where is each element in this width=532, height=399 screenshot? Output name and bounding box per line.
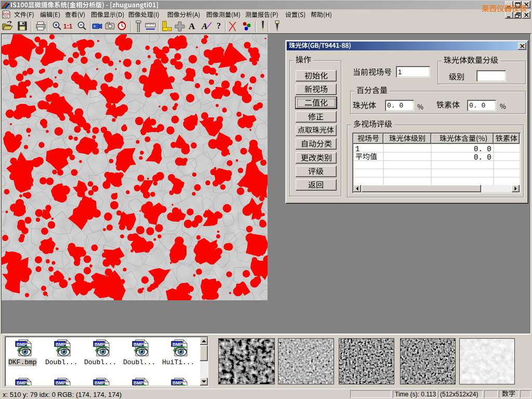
svg-text:BMP: BMP [134, 380, 143, 385]
svg-text:BMP: BMP [172, 342, 182, 347]
svg-text:DOC: DOC [3, 12, 11, 16]
svg-text:BMP: BMP [95, 342, 104, 347]
svg-text:BMP: BMP [95, 380, 104, 385]
svg-text:A: A [201, 21, 207, 31]
svg-text:BMP: BMP [17, 380, 26, 385]
svg-text:BMP: BMP [134, 342, 143, 347]
svg-text:A: A [189, 21, 195, 31]
svg-text:BMP: BMP [17, 342, 26, 347]
svg-text:1:1: 1:1 [63, 23, 73, 30]
svg-text:BMP: BMP [56, 342, 65, 347]
svg-text:BMP: BMP [172, 380, 182, 385]
svg-text:BMP: BMP [56, 380, 65, 385]
svg-text:?: ? [217, 21, 221, 30]
